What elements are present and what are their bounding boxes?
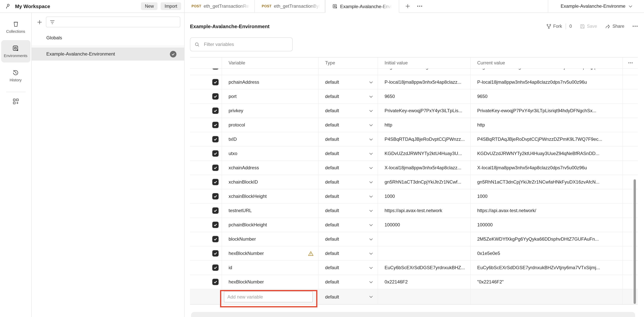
- current-value-cell[interactable]: P-local18jma8ppw3nhx5r4ap8clazz0dps7rv5u…: [471, 75, 623, 89]
- type-select[interactable]: default: [318, 246, 378, 260]
- type-select[interactable]: default: [318, 89, 378, 103]
- bottom-scrollbar-track[interactable]: [191, 312, 635, 317]
- environment-filter-box[interactable]: [46, 16, 180, 27]
- save-button[interactable]: Save: [587, 24, 597, 28]
- variable-name-cell[interactable]: hexBlockNumber: [222, 275, 318, 289]
- row-checkbox[interactable]: [190, 175, 222, 189]
- type-select[interactable]: default: [318, 118, 378, 132]
- initial-value-cell[interactable]: PrivateKey-ewoqjP7PxY4yr3iLTpLis...: [378, 104, 471, 118]
- current-value-cell[interactable]: 9650: [471, 89, 623, 103]
- current-value-cell[interactable]: http: [471, 118, 623, 132]
- checkbox-checked[interactable]: [212, 250, 218, 257]
- checkbox-checked[interactable]: [212, 69, 218, 69]
- row-checkbox[interactable]: [190, 218, 222, 232]
- initial-value-cell[interactable]: X-local18jma8ppw3nhx5r4ap8clazz...: [378, 161, 471, 175]
- variable-name-cell[interactable]: memo: [222, 69, 318, 75]
- type-select[interactable]: default: [318, 69, 378, 75]
- row-checkbox[interactable]: [190, 69, 222, 75]
- checkbox-checked[interactable]: [212, 193, 218, 199]
- type-select[interactable]: default: [318, 218, 378, 232]
- more-tabs-icon[interactable]: [417, 5, 422, 7]
- sidebar-item-history[interactable]: History: [1, 67, 30, 84]
- initial-value-cell[interactable]: P-local18jma8ppw3nhx5r4ap8clazz...: [378, 75, 471, 89]
- current-value-cell[interactable]: P4SBqRTDAqJBjeRoDvptCCjPWnzzDZPmK9L7WQ7F…: [471, 132, 623, 146]
- row-checkbox[interactable]: [190, 232, 222, 246]
- type-select[interactable]: default: [318, 147, 378, 160]
- checkbox-checked[interactable]: [212, 122, 218, 128]
- filter-variables-input[interactable]: [203, 41, 288, 47]
- type-select[interactable]: default: [318, 289, 378, 304]
- initial-value-cell[interactable]: gn5RhN1aCT3dnCpjYkiJtrZr1NCwf...: [378, 175, 471, 189]
- configure-blocks-icon[interactable]: [12, 98, 19, 104]
- variable-name-cell[interactable]: utxo: [222, 147, 318, 160]
- checkbox-checked[interactable]: [212, 222, 218, 228]
- checkbox-checked[interactable]: [212, 265, 218, 271]
- initial-value-cell[interactable]: 100000: [378, 218, 471, 232]
- row-checkbox[interactable]: [190, 161, 222, 175]
- variable-name-cell[interactable]: testnetURL: [222, 204, 318, 218]
- variable-name-cell[interactable]: pchainAddress: [222, 75, 318, 89]
- environment-list-item-selected[interactable]: Example-Avalanche-Environment: [32, 47, 184, 60]
- variable-name-cell[interactable]: xchainAddress: [222, 161, 318, 175]
- current-value-cell[interactable]: PrivateKey-ewoqjP7PxY4yr3iLTpLisriqt94hd…: [471, 104, 623, 118]
- checkbox-checked[interactable]: [212, 108, 218, 114]
- type-select[interactable]: default: [318, 232, 378, 246]
- fork-button[interactable]: Fork: [553, 24, 562, 28]
- row-checkbox[interactable]: [190, 275, 222, 289]
- add-environment-icon[interactable]: [37, 19, 42, 24]
- initial-value-cell[interactable]: http: [378, 118, 471, 132]
- share-button[interactable]: Share: [612, 24, 624, 28]
- initial-value-cell[interactable]: 2ugcsLzMRJVWY6tgcdY1HZtr3UrWu35...: [378, 69, 471, 75]
- checkbox-checked[interactable]: [212, 279, 218, 285]
- initial-value-cell[interactable]: [378, 246, 471, 260]
- variable-name-cell[interactable]: privkey: [222, 104, 318, 118]
- sidebar-item-collections[interactable]: Collections: [1, 18, 30, 36]
- initial-value-cell[interactable]: [378, 232, 471, 246]
- globals-item[interactable]: Globals: [32, 30, 184, 45]
- add-new-variable-input[interactable]: [224, 291, 313, 302]
- fork-count[interactable]: 0: [569, 24, 572, 28]
- row-checkbox[interactable]: [190, 261, 222, 275]
- type-select[interactable]: default: [318, 175, 378, 189]
- checkbox-checked[interactable]: [212, 150, 218, 157]
- type-select[interactable]: default: [318, 132, 378, 146]
- type-select[interactable]: default: [318, 275, 378, 289]
- current-value-cell[interactable]: gn5RhN1aCT3dnCpjYkiJtrZr1NCwfaHNkFyuDX16…: [471, 175, 623, 189]
- row-checkbox[interactable]: [190, 204, 222, 218]
- checkbox-checked[interactable]: [212, 236, 218, 242]
- tab-request-2[interactable]: POST eth_getTransactionByHa: [255, 0, 325, 12]
- more-options-icon[interactable]: [632, 25, 638, 27]
- type-select[interactable]: default: [318, 161, 378, 175]
- table-menu-icon[interactable]: [623, 57, 638, 68]
- row-checkbox[interactable]: [190, 189, 222, 203]
- variable-name-cell[interactable]: id: [222, 261, 318, 275]
- initial-value-cell[interactable]: 1000: [378, 189, 471, 203]
- current-value-cell[interactable]: "0x22146F2": [471, 275, 623, 289]
- current-value-cell[interactable]: 2M5ZeKWDYfXkgPg6YyQyka66DDsphvDHtZ7GUFAu…: [471, 232, 623, 246]
- tab-request-1[interactable]: POST eth_getTransactionRece: [184, 0, 255, 12]
- variable-name-cell[interactable]: txID: [222, 132, 318, 146]
- import-button[interactable]: Import: [161, 2, 181, 10]
- checkbox-checked[interactable]: [212, 93, 218, 99]
- row-checkbox[interactable]: [190, 118, 222, 132]
- variable-name-cell[interactable]: protocol: [222, 118, 318, 132]
- variable-name-cell[interactable]: pchainBlockHeight: [222, 218, 318, 232]
- checkbox-checked[interactable]: [212, 136, 218, 142]
- user-icon[interactable]: [6, 3, 11, 9]
- workspace-title[interactable]: My Workspace: [15, 3, 138, 9]
- variable-name-cell[interactable]: blockNumber: [222, 232, 318, 246]
- current-value-cell[interactable]: 2ugcsLzMRJVWY6tgcdY1HZtr3UrWu35rcjHnv9uE…: [471, 69, 623, 75]
- type-select[interactable]: default: [318, 204, 378, 218]
- checkbox-checked[interactable]: [212, 208, 218, 214]
- current-value-cell[interactable]: X-local18jma8ppw3nhx5r4ap8clazz0dps7rv5u…: [471, 161, 623, 175]
- initial-value-cell[interactable]: EuCy6bScEXrSdDGSE7yrdnxukBHZ...: [378, 261, 471, 275]
- type-select[interactable]: default: [318, 104, 378, 118]
- new-button[interactable]: New: [141, 2, 158, 10]
- current-value-cell[interactable]: https://api.avax-test.network/: [471, 204, 623, 218]
- vertical-scrollbar-thumb[interactable]: [634, 179, 636, 304]
- row-checkbox[interactable]: [190, 246, 222, 260]
- variable-name-cell[interactable]: hexBlockNumber: [222, 246, 318, 260]
- row-checkbox[interactable]: [190, 89, 222, 103]
- sidebar-item-environments[interactable]: Environments: [1, 40, 30, 62]
- current-value-cell[interactable]: 0x1e5e0e5: [471, 246, 623, 260]
